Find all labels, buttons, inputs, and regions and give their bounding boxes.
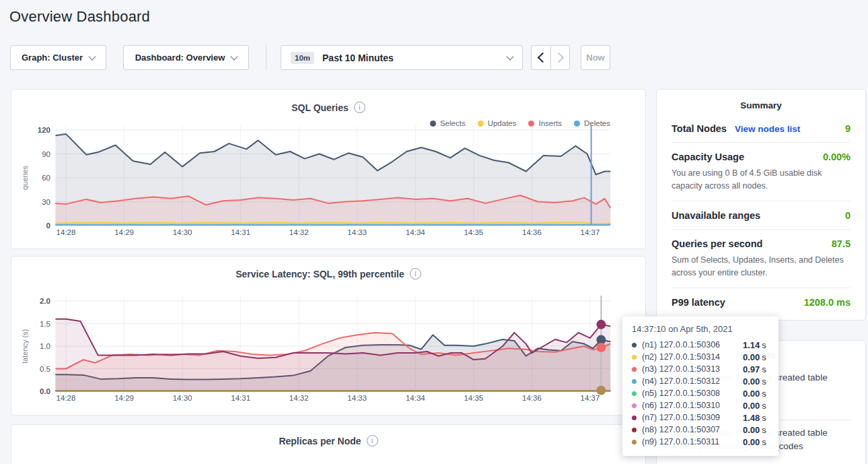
overview-dashboard-page: { "page": { "title": "Overview Dashboard… (0, 0, 868, 464)
tooltip-node-address: (n6) 127.0.0.1:50310 (642, 401, 743, 410)
tooltip-node-address: (n3) 127.0.0.1:50313 (642, 364, 743, 374)
time-range-dropdown[interactable]: 10m Past 10 Minutes (281, 45, 523, 70)
svg-text:1.0: 1.0 (40, 342, 50, 350)
svg-text:14:37: 14:37 (581, 394, 600, 402)
tooltip-row: (n5) 127.0.0.1:503080.00s (632, 387, 769, 399)
sql-queries-chart[interactable]: 030609012014:2814:2914:3014:3114:3214:33… (11, 90, 647, 250)
svg-text:14:36: 14:36 (522, 394, 542, 402)
svg-text:14:35: 14:35 (464, 228, 483, 236)
svg-text:14:36: 14:36 (522, 228, 542, 236)
tooltip-row: (n4) 127.0.0.1:503120.00s (632, 375, 769, 387)
tooltip-node-address: (n1) 127.0.0.1:50306 (642, 340, 743, 350)
tooltip-node-address: (n4) 127.0.0.1:50312 (642, 376, 743, 386)
svg-text:14:28: 14:28 (57, 228, 76, 236)
svg-text:14:30: 14:30 (173, 394, 192, 402)
tooltip-row: (n6) 127.0.0.1:503100.00s (632, 399, 769, 411)
svg-text:14:31: 14:31 (231, 394, 250, 402)
node-color-dot-icon (632, 379, 637, 384)
node-color-dot-icon (632, 343, 637, 347)
summary-label: Queries per second (672, 238, 762, 249)
graph-dropdown[interactable]: Graph: Cluster (10, 45, 106, 70)
tooltip-node-value: 0.00 (743, 376, 760, 387)
tooltip-node-unit: s (762, 389, 766, 399)
node-color-dot-icon (632, 440, 637, 444)
summary-panel: Summary Total NodesView nodes list9Capac… (656, 89, 866, 321)
summary-value: 9 (845, 123, 851, 134)
tooltip-row: (n8) 127.0.0.1:503070.00s (632, 424, 769, 436)
tooltip-node-value: 0.00 (743, 401, 760, 411)
view-nodes-list-link[interactable]: View nodes list (735, 124, 800, 134)
svg-text:1.5: 1.5 (40, 320, 50, 328)
node-color-dot-icon (632, 391, 637, 396)
chevron-down-icon (506, 53, 513, 60)
summary-row: Capacity Usage0.00%You are using 0 B of … (672, 143, 851, 201)
svg-text:14:34: 14:34 (406, 228, 425, 236)
time-range-label: Past 10 Minutes (322, 53, 394, 63)
tooltip-node-unit: s (762, 413, 766, 423)
tooltip-node-address: (n5) 127.0.0.1:50308 (642, 389, 743, 398)
svg-text:14:28: 14:28 (57, 394, 76, 402)
svg-text:14:29: 14:29 (114, 394, 134, 402)
replicas-per-node-title: Replicas per Node i (11, 425, 645, 446)
node-color-dot-icon (632, 416, 637, 420)
time-next-button[interactable] (550, 45, 570, 70)
tooltip-row: (n3) 127.0.0.1:503130.97s (632, 363, 769, 375)
tooltip-rows: (n1) 127.0.0.1:503061.14s(n2) 127.0.0.1:… (632, 339, 769, 448)
tooltip-node-value: 1.48 (743, 413, 760, 423)
tooltip-node-unit: s (762, 364, 766, 374)
tooltip-node-value: 0.00 (743, 425, 760, 435)
time-range-badge: 10m (291, 52, 314, 64)
svg-text:30: 30 (42, 198, 50, 206)
chevron-down-icon (88, 53, 96, 60)
svg-text:2.0: 2.0 (40, 297, 50, 305)
tooltip-node-value: 0.97 (743, 364, 760, 374)
chevron-left-icon (537, 53, 548, 63)
chevron-down-icon (231, 53, 238, 60)
chart-title-text: Replicas per Node (279, 436, 361, 446)
svg-text:14:32: 14:32 (289, 228, 309, 236)
info-icon[interactable]: i (367, 435, 378, 446)
graph-dropdown-label: Graph: Cluster (22, 53, 83, 63)
svg-text:0.0: 0.0 (40, 387, 50, 395)
tooltip-node-unit: s (762, 401, 766, 411)
toolbar-divider (266, 45, 266, 70)
tooltip-node-unit: s (762, 340, 766, 350)
svg-text:14:33: 14:33 (347, 228, 367, 236)
svg-text:0.5: 0.5 (40, 365, 50, 373)
summary-row: P99 latency1208.0 ms (672, 288, 851, 316)
tooltip-node-address: (n7) 127.0.0.1:50309 (642, 413, 743, 422)
summary-description: Sum of Selects, Updates, Inserts, and De… (672, 254, 851, 279)
svg-text:14:31: 14:31 (231, 228, 250, 236)
summary-row: Unavailable ranges0 (672, 201, 851, 230)
time-prev-button[interactable] (531, 45, 550, 70)
sql-queries-panel: SQL Queries i SelectsUpdatesInsertsDelet… (11, 89, 646, 249)
svg-text:90: 90 (42, 150, 50, 158)
summary-title: Summary (672, 100, 851, 110)
summary-label: Unavailable ranges (672, 210, 760, 221)
svg-text:120: 120 (38, 126, 50, 134)
svg-text:queries: queries (21, 165, 29, 190)
summary-row: Queries per second87.5Sum of Selects, Up… (672, 230, 851, 288)
service-latency-chart[interactable]: 0.00.51.01.52.014:2814:2914:3014:3114:32… (11, 257, 647, 416)
svg-text:0: 0 (46, 222, 50, 230)
svg-text:60: 60 (42, 174, 50, 182)
svg-text:14:34: 14:34 (406, 394, 425, 402)
chart-hover-tooltip: 14:37:10 on Apr 5th, 2021 (n1) 127.0.0.1… (622, 317, 779, 456)
summary-row: Total NodesView nodes list9 (672, 114, 851, 143)
tooltip-node-address: (n9) 127.0.0.1:50311 (642, 437, 743, 446)
svg-text:14:29: 14:29 (114, 228, 134, 236)
dashboard-dropdown[interactable]: Dashboard: Overview (123, 45, 249, 70)
node-color-dot-icon (632, 403, 637, 408)
tooltip-node-unit: s (762, 425, 766, 435)
summary-label: Total Nodes (672, 123, 727, 134)
tooltip-node-unit: s (762, 376, 766, 387)
svg-text:14:30: 14:30 (173, 228, 192, 236)
now-button[interactable]: Now (581, 45, 610, 70)
tooltip-node-unit: s (762, 352, 766, 362)
node-color-dot-icon (632, 367, 637, 372)
tooltip-row: (n1) 127.0.0.1:503061.14s (632, 339, 769, 351)
tooltip-node-value: 0.00 (743, 437, 760, 447)
tooltip-node-unit: s (762, 437, 766, 447)
tooltip-node-address: (n2) 127.0.0.1:50314 (642, 352, 743, 362)
svg-text:14:37: 14:37 (581, 228, 600, 236)
